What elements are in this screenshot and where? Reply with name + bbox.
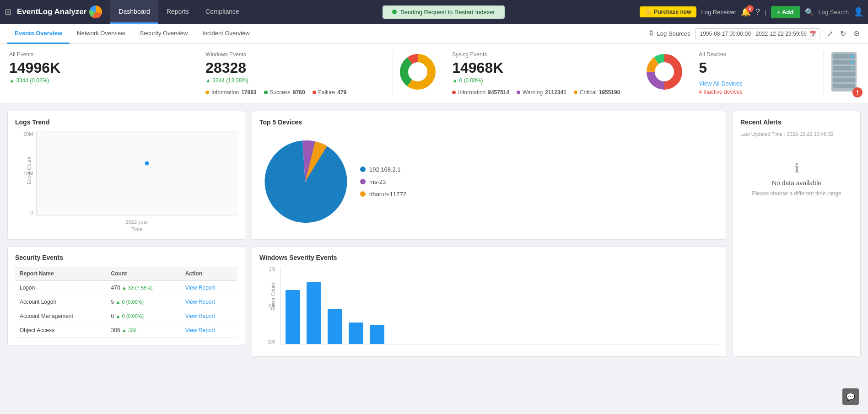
fullscreen-button[interactable]: ⤢ [826, 28, 834, 39]
syslog-events-label: Syslog Events [452, 51, 630, 58]
nav-tab-reports[interactable]: Reports [158, 0, 197, 24]
syslog-donut [639, 51, 690, 92]
top-navigation: ⊞ EventLog Analyzer Dashboard Reports Co… [0, 0, 868, 24]
view-report-link[interactable]: View Report [185, 299, 215, 305]
syslog-information-count: 9457514 [488, 89, 509, 96]
legend-label-2: dharun-11772 [369, 191, 406, 198]
help-icon[interactable]: ? [755, 7, 760, 17]
right-column: Recent Alerts Last Updated Time : 2022-1… [733, 111, 861, 357]
refresh-button[interactable]: ↻ [839, 28, 847, 39]
windows-donut [393, 51, 443, 92]
badge-warning: Warning 2112341 [517, 89, 566, 96]
sub-tab-network-overview[interactable]: Network Overview [70, 24, 132, 44]
notification-bell[interactable]: 🔔 4 [741, 7, 751, 17]
security-events-title: Security Events [15, 254, 237, 261]
log-receiver-link[interactable]: Log Receiver [701, 9, 736, 16]
cell-count: 470 ▲ 33 (7.55%) [107, 281, 181, 295]
sub-nav-right: 🗄 Log Sources 1995-08-17 00:00:00 - 2022… [648, 28, 861, 39]
log-sources-button[interactable]: 🗄 Log Sources [648, 30, 690, 37]
severity-bar-3 [349, 323, 363, 344]
mid-column: Top 5 Devices [252, 111, 726, 357]
alert-dot-icon: ! [852, 87, 863, 97]
search-icon[interactable]: 🔍 [805, 8, 814, 16]
add-button[interactable]: + Add [771, 6, 800, 18]
view-report-link[interactable]: View Report [185, 285, 215, 291]
syslog-events-delta: ▲ 0 (0.00%) [452, 77, 630, 84]
data-point [145, 161, 149, 165]
log-sources-label: Log Sources [657, 30, 690, 37]
purchase-button[interactable]: 🪙 Purchase now [640, 6, 696, 17]
notification-text: Sending Request to Restart Indexer [400, 9, 495, 16]
badge-information-label: Information [211, 89, 239, 96]
badge-failure-label: Failure [318, 89, 335, 96]
cell-delta: ▲ 0 (0.00%) [116, 299, 144, 305]
chart-plot-area [36, 131, 237, 215]
recent-alerts-subtitle: Last Updated Time : 2022-12-22 13:46:32 [740, 131, 853, 137]
legend-item-1: ms-23 [360, 178, 406, 185]
sub-navigation: Events Overview Network Overview Securit… [0, 24, 868, 44]
top5-devices-card: Top 5 Devices [252, 111, 726, 240]
windows-events-card: Windows Events 28328 ▲ 3344 (13.38%) Inf… [196, 51, 393, 96]
syslog-information-label: Information [458, 89, 485, 96]
log-search-link[interactable]: Log Search [819, 9, 849, 16]
cell-report-name: Logon [15, 281, 107, 295]
warning-count: 2112341 [545, 89, 566, 96]
severity-bars [280, 267, 718, 344]
table-row: Object Access 306 ▲ 306 View Report [15, 323, 237, 338]
settings-button[interactable]: ⚙ [852, 28, 861, 39]
severity-y-axis: 1M 10k 100 [268, 267, 275, 344]
user-icon[interactable]: 👤 [853, 7, 863, 17]
all-devices-label: All Devices [699, 51, 823, 58]
grid-icon[interactable]: ⊞ [5, 7, 11, 17]
svg-rect-13 [833, 72, 855, 76]
x-axis-year-label: 2022 year [36, 219, 237, 225]
left-column: Logs Trend Event Count 20M 10M 0 [7, 111, 245, 357]
badge-success-label: Success [270, 89, 291, 96]
calendar-icon: 📅 [809, 31, 816, 37]
legend-dot-1 [360, 179, 366, 184]
all-events-label: All Events [9, 51, 187, 58]
severity-bar-4 [370, 325, 384, 344]
badge-critical: Critical 1955190 [574, 89, 620, 96]
date-range-picker[interactable]: 1995-08-17 00:00:00 - 2022-12-22 23:59:5… [695, 28, 820, 39]
severity-y-10k: 10k [268, 303, 275, 308]
security-table-body: Logon 470 ▲ 33 (7.55%) View Report Accou… [15, 281, 237, 338]
nav-tab-compliance[interactable]: Compliance [197, 0, 248, 24]
sub-tab-incident-overview[interactable]: Incident Overview [195, 24, 257, 44]
separator: | [765, 9, 766, 16]
windows-events-delta: ▲ 3344 (13.38%) [205, 77, 383, 84]
legend-item-0: 192.168.2.1 [360, 166, 406, 173]
notification-count: 4 [746, 5, 754, 12]
cell-action[interactable]: View Report [181, 281, 237, 295]
view-report-link[interactable]: View Report [185, 327, 215, 333]
windows-events-value: 28328 [205, 59, 383, 76]
view-report-link[interactable]: View Report [185, 313, 215, 319]
date-range-value: 1995-08-17 00:00:00 - 2022-12-22 23:59:5… [700, 31, 807, 37]
sub-tab-security-overview[interactable]: Security Overview [133, 24, 195, 44]
nav-tab-dashboard[interactable]: Dashboard [110, 0, 158, 24]
severity-bar-2 [328, 309, 342, 344]
no-data-subtitle: Please choose a different time range [752, 190, 841, 197]
inactive-devices-link[interactable]: 4 Inactive devices [699, 89, 823, 95]
cell-action[interactable]: View Report [181, 309, 237, 323]
pie-chart-svg [259, 136, 351, 227]
security-events-table: Report Name Count Action Logon 470 ▲ 33 … [15, 267, 237, 338]
cell-report-name: Account Management [15, 309, 107, 323]
table-row: Account Logon 5 ▲ 0 (0.00%) View Report [15, 295, 237, 309]
svg-point-3 [409, 63, 427, 81]
notification-bar: Sending Request to Restart Indexer [383, 5, 505, 19]
brand-name: EventLog Analyzer [17, 7, 86, 16]
table-header-row: Report Name Count Action [15, 267, 237, 281]
legend-item-2: dharun-11772 [360, 191, 406, 198]
all-events-value: 14996K [9, 59, 187, 76]
no-data-title: No data available [772, 179, 821, 187]
legend-label-0: 192.168.2.1 [369, 166, 401, 173]
cell-action[interactable]: View Report [181, 295, 237, 309]
device-icon-area: ! [824, 51, 859, 94]
view-all-devices-link[interactable]: View All Devices [699, 80, 823, 87]
syslog-donut-chart [644, 51, 685, 92]
windows-severity-title: Windows Severity Events [259, 254, 718, 261]
sub-tab-events-overview[interactable]: Events Overview [7, 24, 70, 44]
cell-delta: ▲ 0 (0.00%) [116, 313, 144, 319]
cell-action[interactable]: View Report [181, 323, 237, 338]
